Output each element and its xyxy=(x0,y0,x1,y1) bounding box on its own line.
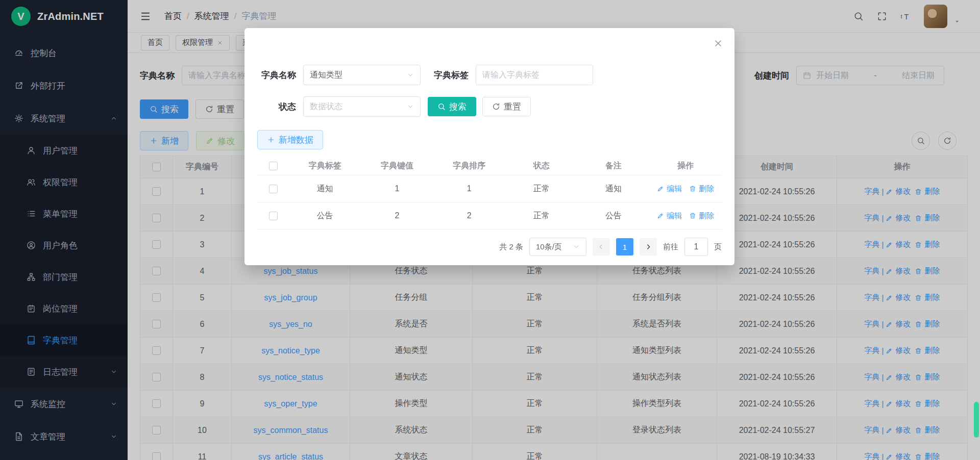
dict-name-select[interactable]: 通知类型 xyxy=(303,65,421,85)
refresh-icon xyxy=(492,103,500,111)
pagination-total: 共 2 条 xyxy=(499,242,523,252)
plus-icon xyxy=(267,136,275,144)
goto-page-input[interactable] xyxy=(684,238,708,256)
dict-data-row: 通知11正常通知编辑删除 xyxy=(257,175,722,202)
status-select[interactable]: 数据状态 xyxy=(303,96,421,117)
dialog-col: 操作 xyxy=(650,157,722,175)
cell-label: 公告 xyxy=(289,202,361,229)
cell-status: 正常 xyxy=(505,175,577,202)
row-edit-link[interactable]: 编辑 xyxy=(657,184,682,194)
cell-sort: 2 xyxy=(433,202,505,229)
chevron-right-icon xyxy=(644,243,652,251)
chevron-down-icon xyxy=(573,243,580,250)
cell-remark: 通知 xyxy=(577,175,649,202)
dict-data-table: 字典标签字典键值字典排序状态备注操作通知11正常通知编辑删除公告22正常公告编辑… xyxy=(257,157,722,229)
chevron-down-icon xyxy=(407,103,414,110)
select-all-checkbox[interactable] xyxy=(269,162,278,170)
row-edit-link[interactable]: 编辑 xyxy=(657,211,682,221)
dialog-col: 状态 xyxy=(505,157,577,175)
prev-page-button[interactable] xyxy=(593,238,610,255)
search-icon xyxy=(437,103,446,111)
plus-icon xyxy=(267,136,275,144)
dialog-col: 字典键值 xyxy=(361,157,433,175)
trash-icon xyxy=(689,185,696,192)
dialog-table-header: 字典标签字典键值字典排序状态备注操作 xyxy=(257,157,722,175)
page-1-button[interactable]: 1 xyxy=(616,238,633,255)
add-dict-data-button[interactable]: 新增数据 xyxy=(257,130,323,149)
dialog-filter-row-1: 字典名称 通知类型 字典标签 xyxy=(257,65,722,85)
dialog-filter-row-2: 状态 数据状态 搜索 重置 xyxy=(257,96,722,117)
cell-label: 通知 xyxy=(289,175,361,202)
cell-status: 正常 xyxy=(505,202,577,229)
scrollbar-thumb[interactable] xyxy=(974,402,979,438)
dialog-col: 备注 xyxy=(577,157,649,175)
dict-tag-label: 字典标签 xyxy=(434,69,469,81)
close-icon[interactable] xyxy=(713,38,723,48)
refresh-icon xyxy=(492,103,500,111)
dialog-col: 字典标签 xyxy=(289,157,361,175)
row-delete-link[interactable]: 删除 xyxy=(689,184,714,194)
pagination: 共 2 条 10条/页 1 前往 页 xyxy=(257,238,722,256)
next-page-button[interactable] xyxy=(640,238,657,255)
cell-sort: 1 xyxy=(433,175,505,202)
dict-data-dialog: 字典名称 通知类型 字典标签 状态 数据状态 搜索 重置 新增数据 字典标签字典… xyxy=(244,28,734,265)
edit-icon xyxy=(657,185,664,192)
row-checkbox[interactable] xyxy=(269,185,278,193)
dict-data-row: 公告22正常公告编辑删除 xyxy=(257,202,722,229)
dialog-search-button[interactable]: 搜索 xyxy=(428,97,476,116)
page-unit-label: 页 xyxy=(714,242,722,252)
dict-tag-input[interactable] xyxy=(476,65,593,85)
cell-value: 2 xyxy=(361,202,433,229)
search-icon xyxy=(437,103,446,111)
row-checkbox[interactable] xyxy=(269,212,278,220)
chevron-down-icon xyxy=(407,103,414,110)
chevron-left-icon xyxy=(597,243,605,251)
edit-icon xyxy=(657,212,664,219)
goto-label: 前往 xyxy=(663,242,678,252)
chevron-down-icon xyxy=(573,243,580,250)
chevron-down-icon xyxy=(407,71,414,79)
chevron-down-icon xyxy=(407,71,414,79)
dict-name-label: 字典名称 xyxy=(257,69,296,81)
dialog-col: 字典排序 xyxy=(433,157,505,175)
status-label: 状态 xyxy=(257,101,296,113)
cell-remark: 公告 xyxy=(577,202,649,229)
trash-icon xyxy=(689,212,696,219)
cell-value: 1 xyxy=(361,175,433,202)
dialog-reset-button[interactable]: 重置 xyxy=(482,97,531,116)
row-delete-link[interactable]: 删除 xyxy=(689,211,714,221)
page-size-select[interactable]: 10条/页 xyxy=(529,238,586,256)
close-icon xyxy=(713,38,723,48)
